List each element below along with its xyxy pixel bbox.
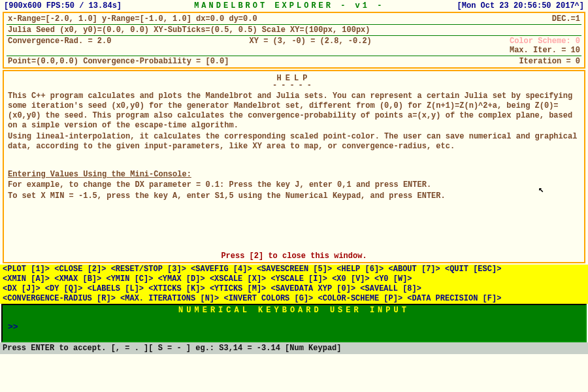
timestamp: [Mon Oct 23 20:56:50 2017^] — [457, 1, 584, 10]
cmd-item[interactable]: <ABOUT [7]> — [389, 265, 445, 274]
cmd-item[interactable]: <QUIT [ESC]> — [445, 265, 501, 274]
color-scheme-info: Color Scheme: 0 — [510, 37, 580, 46]
cmd-item[interactable]: <YMIN [C]> — [106, 274, 157, 284]
close-hint: Press [2] to close this window. — [4, 252, 584, 261]
julia-seed-info: Julia Seed (x0, y0)=(0.0, 0.0) XY-SubTic… — [8, 25, 370, 35]
cursor-icon: ↖ — [538, 184, 544, 195]
help-text-3: For example, to change the DX parameter … — [8, 180, 580, 190]
help-text-4: To set X MIN = -1.5, press the key A, en… — [8, 191, 580, 201]
cmd-item[interactable]: <INVERT COLORS [G]> — [223, 294, 318, 303]
cmd-row-3: <DX [J]> <DY [Q]> <LABELS [L]> <XTICKS [… — [3, 284, 585, 294]
cmd-item[interactable]: <DATA PRECISION [F]> — [407, 294, 501, 303]
cmd-item[interactable]: <SAVEFIG [4]> — [191, 265, 257, 274]
decimal-info: DEC.=1 — [552, 14, 580, 24]
numpad-panel: NUMERICAL KEYBOARD USER INPUT >> — [1, 304, 587, 342]
cmd-item[interactable]: <DY [Q]> — [45, 284, 88, 293]
fps-status: [588x392 FPS:50 / 13.84s] — [4, 1, 122, 10]
numpad-prompt: >> — [8, 322, 18, 332]
help-panel: HELP ----- This C++ program calculates a… — [3, 70, 585, 263]
cmd-item[interactable]: <YTICKS [M]> — [210, 284, 271, 293]
cmd-item[interactable]: <SAVEDATA XYP [0]> — [271, 284, 361, 293]
cmd-item[interactable]: <COLOR-SCHEME [P]> — [318, 294, 408, 303]
point-probability-info: Point=(0.0,0.0) Convergence-Probability … — [8, 57, 229, 66]
cmd-item[interactable]: <Y0 [W]> — [374, 274, 412, 284]
range-info: x-Range=[-2.0, 1.0] y-Range=[-1.0, 1.0] … — [8, 14, 257, 24]
help-text-1: This C++ program calculates and plots th… — [8, 91, 580, 131]
footer-hint: Press ENTER to accept. [, = . ][ S = - ]… — [0, 342, 588, 354]
convergence-radius-info: Convergence-Rad. = 2.0 — [8, 37, 111, 55]
cmd-item[interactable]: <XMIN [A]> — [3, 274, 54, 284]
xy-coords: XY = (3, -0) = (2.8, -0.2) — [111, 37, 510, 55]
cmd-item[interactable]: <XMAX [B]> — [54, 274, 106, 284]
cmd-item[interactable]: <SAVESCREEN [5]> — [257, 265, 336, 274]
cmd-item[interactable]: <YSCALE [I]> — [271, 274, 333, 284]
numpad-title: NUMERICAL KEYBOARD USER INPUT — [3, 305, 585, 316]
command-bar: <PLOT [1]> <CLOSE [2]> <RESET/STOP [3]> … — [0, 265, 588, 304]
help-text-2: Using lineal-interpolation, it calculate… — [8, 132, 580, 152]
help-title-underline: ----- — [8, 81, 580, 90]
cmd-item[interactable]: <CLOSE [2]> — [54, 265, 110, 274]
cmd-item[interactable]: <MAX. ITERATIONS [N]> — [120, 294, 223, 303]
max-iter-info: Max. Iter. = 10 — [510, 46, 580, 55]
cmd-item[interactable]: <DX [J]> — [3, 284, 45, 293]
cmd-item[interactable]: <X0 [V]> — [332, 274, 374, 284]
cmd-row-1: <PLOT [1]> <CLOSE [2]> <RESET/STOP [3]> … — [3, 265, 585, 274]
cmd-item[interactable]: <HELP [6]> — [336, 265, 388, 274]
cmd-item[interactable]: <PLOT [1]> — [3, 265, 54, 274]
info-panel: x-Range=[-2.0, 1.0] y-Range=[-1.0, 1.0] … — [3, 12, 585, 69]
cmd-item[interactable]: <SAVEALL [8]> — [360, 284, 421, 293]
iteration-info: Iteration = 0 — [519, 57, 580, 66]
cmd-item[interactable]: <XSCALE [X]> — [210, 274, 271, 284]
app-title: MANDELBROT EXPLORER - v1 - — [194, 1, 384, 10]
cmd-item[interactable]: <RESET/STOP [3]> — [111, 265, 191, 274]
cmd-item[interactable]: <YMAX [D]> — [158, 274, 210, 284]
cmd-row-4: <CONVERGENCE-RADIUS [R]> <MAX. ITERATION… — [3, 294, 585, 304]
cmd-item[interactable]: <XTICKS [K]> — [148, 284, 210, 293]
title-bar: [588x392 FPS:50 / 13.84s] MANDELBROT EXP… — [0, 0, 588, 12]
cmd-item[interactable]: <LABELS [L]> — [88, 284, 149, 293]
cmd-row-2: <XMIN [A]> <XMAX [B]> <YMIN [C]> <YMAX [… — [3, 274, 585, 284]
cmd-item[interactable]: <CONVERGENCE-RADIUS [R]> — [3, 294, 120, 303]
help-subtitle: Entering Values Using the Mini-Console: — [8, 170, 191, 179]
numpad-input[interactable]: >> — [3, 316, 585, 341]
